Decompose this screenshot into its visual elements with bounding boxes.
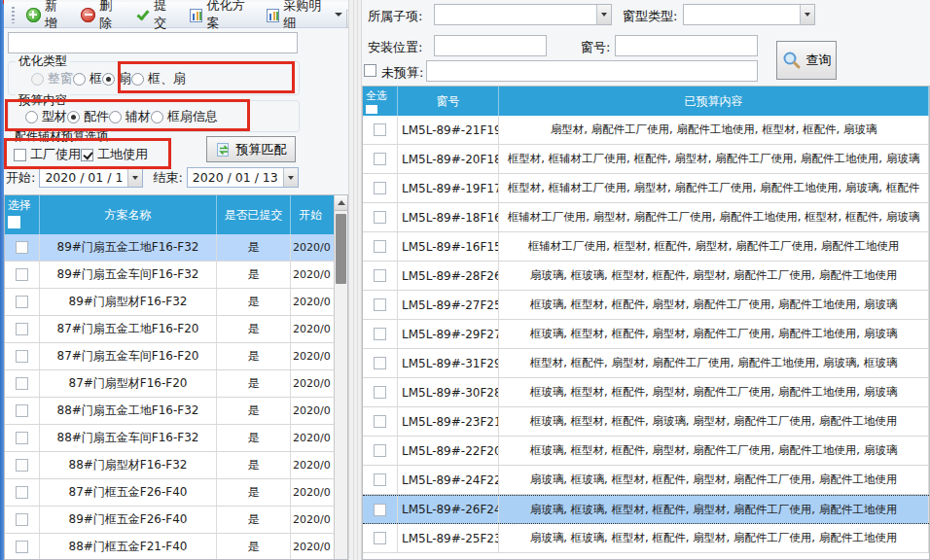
plan-filter-input[interactable] — [8, 32, 298, 53]
budget-content-radio[interactable]: 框扇信息 — [151, 108, 218, 125]
start-date-dropdown-button[interactable] — [127, 168, 142, 187]
plan-table-row[interactable]: 88#门扇型材F16-F32 是 2020/0 — [5, 452, 347, 479]
row-checkbox[interactable] — [16, 323, 28, 335]
row-checkbox[interactable] — [374, 357, 386, 369]
select-all-checkbox[interactable] — [8, 216, 20, 228]
end-date-picker[interactable]: 2020 / 01 / 13 — [187, 167, 299, 188]
row-checkbox[interactable] — [374, 444, 386, 457]
budget-content-radio[interactable]: 辅材 — [109, 108, 151, 125]
plan-table-row[interactable]: 89#门扇型材F16-F32 是 2020/0 — [5, 289, 347, 316]
budget-table-row[interactable]: LM5L-89#-24F22 扇玻璃, 框玻璃, 框型材, 框配件, 扇型材, … — [363, 466, 929, 495]
plan-table-row[interactable]: 87#门扇型材F16-F20 是 2020/0 — [5, 370, 347, 398]
budget-table-row[interactable]: LM5L-89#-26F24 扇玻璃, 框玻璃, 框型材, 框配件, 扇型材, … — [363, 495, 929, 524]
row-checkbox[interactable] — [374, 123, 386, 136]
opt-type-radio[interactable]: 整窗 — [31, 70, 73, 88]
row-select-cell — [363, 407, 398, 436]
row-select-cell — [363, 320, 398, 348]
plan-table-row[interactable]: 89#门扇五金工地F16-F32 是 2020/0 — [5, 234, 347, 262]
select-all-checkbox[interactable] — [366, 105, 377, 114]
row-checkbox[interactable] — [16, 268, 28, 281]
row-checkbox[interactable] — [16, 432, 28, 444]
plan-table-row[interactable]: 88#门框五金F21-F40 是 2020/0 — [5, 534, 347, 560]
window-no-column-header[interactable]: 窗号 — [398, 87, 499, 116]
row-checkbox[interactable] — [374, 473, 386, 486]
install-position-input[interactable] — [434, 35, 547, 56]
budget-table-row[interactable]: LM5L-89#-18F16 框辅材工厂使用, 扇型材, 扇配件工厂使用, 扇配… — [363, 203, 929, 232]
budgeted-content-column-header[interactable]: 已预算内容 — [499, 87, 929, 116]
plan-table-row[interactable]: 87#门框五金F26-F40 是 2020/0 — [5, 479, 347, 507]
toolbar-button[interactable]: 采购明细 — [261, 0, 348, 36]
budget-table-row[interactable]: LM5L-89#-25F23 扇玻璃, 框玻璃, 框型材, 框配件, 扇型材, … — [363, 524, 929, 553]
row-checkbox[interactable] — [374, 182, 386, 194]
usage-checkbox[interactable]: 工地使用 — [81, 146, 148, 163]
row-checkbox[interactable] — [374, 415, 386, 428]
row-checkbox[interactable] — [374, 386, 386, 399]
row-checkbox[interactable] — [374, 153, 386, 165]
budget-table-row[interactable]: LM5L-89#-27F25 框玻璃, 框型材, 框配件, 扇型材, 扇配件工厂… — [363, 291, 929, 320]
row-checkbox[interactable] — [16, 241, 28, 254]
caret-down-icon — [132, 176, 138, 180]
panel-splitter[interactable] — [348, 0, 362, 560]
toolbar-button[interactable]: 提交 — [129, 0, 182, 36]
budget-table-row[interactable]: LM5L-89#-20F18 框型材, 框辅材工厂使用, 框配件, 扇型材, 扇… — [363, 145, 929, 174]
budget-table-row[interactable]: LM5L-89#-22F20 框玻璃, 框型材, 框配件, 扇型材, 扇配件工厂… — [363, 437, 929, 466]
budget-table-row[interactable]: LM5L-89#-31F29 框型材, 框配件, 扇型材, 扇配件工厂使用, 扇… — [363, 349, 929, 378]
row-checkbox[interactable] — [16, 296, 28, 308]
submitted-column-header[interactable]: 是否已提交 — [217, 195, 291, 234]
unbudgeted-input[interactable] — [426, 60, 758, 82]
budget-content-radio[interactable]: 型材 — [25, 108, 67, 125]
row-checkbox[interactable] — [374, 532, 386, 544]
row-checkbox[interactable] — [374, 240, 386, 253]
row-select-cell — [5, 425, 40, 451]
plan-table-row[interactable]: 88#门扇五金工地F16-F32 是 2020/0 — [5, 398, 347, 425]
row-checkbox[interactable] — [374, 269, 386, 282]
opt-type-radio[interactable]: 框、扇 — [131, 70, 186, 88]
row-checkbox[interactable] — [16, 404, 28, 417]
sub-item-dropdown-button[interactable] — [596, 5, 611, 24]
plan-table-row[interactable]: 88#门扇五金车间F16-F32 是 2020/0 — [5, 425, 347, 452]
window-no-input[interactable] — [615, 35, 758, 56]
sub-item-select[interactable] — [434, 4, 612, 25]
row-checkbox[interactable] — [16, 377, 28, 390]
start-date-picker[interactable]: 2020 / 01 / 1 — [39, 167, 143, 188]
toolbar-button[interactable]: 优化方案 — [184, 0, 259, 36]
row-checkbox[interactable] — [16, 459, 28, 472]
scroll-up-button[interactable] — [335, 195, 347, 211]
row-checkbox[interactable] — [374, 298, 386, 311]
window-type-select[interactable] — [683, 4, 815, 25]
toolbar-button[interactable]: 新增 — [20, 0, 73, 36]
end-date-dropdown-button[interactable] — [283, 168, 298, 187]
plan-table-scrollbar[interactable] — [334, 195, 347, 559]
budget-content-radio[interactable]: 配件 — [67, 108, 109, 125]
row-checkbox[interactable] — [16, 486, 28, 499]
scrollbar-thumb[interactable] — [336, 214, 346, 284]
query-button[interactable]: 查询 — [776, 41, 837, 80]
plan-table-row[interactable]: 87#门扇五金车间F16-F20 是 2020/0 — [5, 343, 347, 370]
budget-table-row[interactable]: LM5L-89#-30F28 框玻璃, 框型材, 框配件, 扇型材, 扇配件工厂… — [363, 378, 929, 407]
budget-table-row[interactable]: LM5L-89#-29F27 框玻璃, 框型材, 框配件, 扇型材, 扇配件工厂… — [363, 320, 929, 349]
toolbar-button[interactable]: 删除 — [75, 0, 127, 36]
unbudgeted-checkbox[interactable] — [364, 64, 376, 77]
row-checkbox[interactable] — [374, 211, 386, 224]
plan-table-row[interactable]: 87#门扇五金工地F16-F20 是 2020/0 — [5, 316, 347, 343]
plan-name-cell: 87#门扇型材F16-F20 — [40, 370, 217, 397]
opt-type-radio[interactable]: 扇 — [102, 70, 131, 88]
row-checkbox[interactable] — [374, 328, 386, 340]
row-checkbox[interactable] — [16, 513, 28, 526]
opt-type-radio[interactable]: 框 — [73, 70, 102, 88]
plan-name-column-header[interactable]: 方案名称 — [40, 195, 217, 234]
toolbar-grip[interactable] — [12, 7, 15, 23]
usage-checkbox[interactable]: 工厂使用 — [14, 146, 81, 163]
row-checkbox[interactable] — [16, 541, 28, 553]
window-type-dropdown-button[interactable] — [800, 5, 814, 24]
plan-table-row[interactable]: 89#门框五金F26-F40 是 2020/0 — [5, 507, 347, 534]
budget-match-button[interactable]: 预算匹配 — [206, 136, 296, 162]
plan-table-row[interactable]: 89#门扇五金车间F16-F32 是 2020/0 — [5, 262, 347, 289]
row-checkbox[interactable] — [374, 504, 386, 516]
budget-table-row[interactable]: LM5L-89#-16F15 框辅材工厂使用, 框型材, 框配件, 扇型材, 扇… — [363, 232, 929, 262]
budget-table-row[interactable]: LM5L-89#-23F21 框玻璃, 框型材, 框配件, 扇玻璃, 扇型材, … — [363, 407, 929, 437]
row-checkbox[interactable] — [16, 350, 28, 363]
budget-table-row[interactable]: LM5L-89#-28F26 扇玻璃, 框玻璃, 框型材, 框配件, 扇型材, … — [363, 262, 929, 291]
budget-table-row[interactable]: LM5L-89#-21F19 扇型材, 扇配件工厂使用, 扇配件工地使用, 框型… — [363, 116, 929, 145]
budget-table-row[interactable]: LM5L-89#-19F17 框型材, 框辅材工厂使用, 扇型材, 扇配件工厂使… — [363, 174, 929, 203]
